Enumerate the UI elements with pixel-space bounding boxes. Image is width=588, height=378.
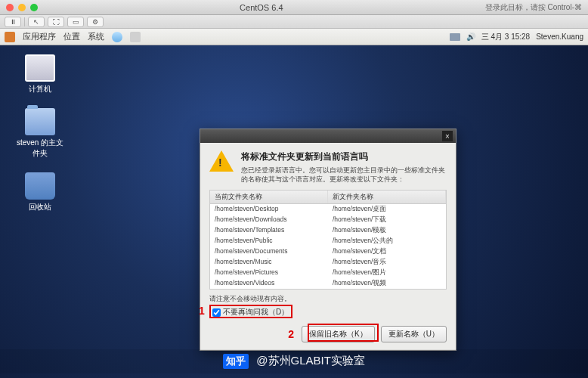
network-icon[interactable] [450, 33, 460, 41]
cell-current: /home/steven/Public [210, 236, 328, 246]
cell-current: /home/steven/Videos [210, 278, 328, 289]
launcher-icon[interactable] [112, 32, 122, 42]
launcher-icon-2[interactable] [130, 32, 141, 42]
watermark: 知乎 @苏州GLABIT实验室 [0, 349, 588, 373]
dont-ask-checkbox[interactable] [212, 308, 221, 317]
cell-current: /home/steven/Downloads [210, 215, 328, 225]
zhihu-logo: 知乎 [223, 354, 249, 369]
menu-system[interactable]: 系统 [88, 31, 104, 42]
cell-new: /home/steven/视频 [328, 278, 446, 289]
panel-user[interactable]: Steven.Kuang [536, 33, 583, 41]
annotation-marker-1: 1 [199, 305, 205, 317]
cell-new: /home/steven/桌面 [328, 204, 446, 215]
toolbar-fit-icon[interactable]: ▭ [67, 17, 84, 27]
dialog-heading: 将标准文件夹更新到当前语言吗 [241, 150, 447, 163]
gnome-top-panel: 应用程序 位置 系统 🔊 三 4月 3 15:28 Steven.Kuang [0, 29, 588, 45]
dont-ask-label: 不要再询问我（D） [223, 307, 289, 318]
toolbar-arrow-icon[interactable]: ↖ [28, 17, 45, 27]
menu-applications[interactable]: 应用程序 [23, 31, 56, 42]
vnc-hint: 登录此目标，请按 Control-⌘ [485, 2, 582, 13]
window-title: CentOS 6.4 [38, 3, 485, 12]
dialog-note: 请注意不会移动现有内容。 [209, 294, 447, 304]
cell-new: /home/steven/下载 [328, 215, 446, 225]
cell-current: /home/steven/Desktop [210, 204, 328, 215]
close-window-button[interactable] [6, 4, 14, 11]
table-row: /home/steven/Music/home/steven/音乐 [210, 257, 446, 268]
col-new: 新文件夹名称 [328, 191, 446, 203]
panel-clock[interactable]: 三 4月 3 15:28 [481, 32, 530, 42]
folder-mapping-table: 当前文件夹名称 新文件夹名称 /home/steven/Desktop/home… [209, 190, 447, 290]
trash-icon [25, 172, 55, 200]
warning-icon [209, 150, 234, 172]
toolbar-fullscreen-icon[interactable]: ⛶ [48, 17, 64, 27]
desktop-icon-computer[interactable]: 计算机 [14, 54, 67, 94]
table-row: /home/steven/Documents/home/steven/文档 [210, 246, 446, 257]
watermark-text: @苏州GLABIT实验室 [256, 354, 365, 367]
keep-old-names-button[interactable]: 保留旧名称（K） [302, 326, 375, 342]
menu-places[interactable]: 位置 [63, 31, 80, 42]
desktop-icon-trash[interactable]: 回收站 [14, 172, 67, 212]
mac-titlebar: CentOS 6.4 登录此目标，请按 Control-⌘ [0, 0, 588, 15]
col-current: 当前文件夹名称 [210, 191, 328, 203]
cell-new: /home/steven/公共的 [328, 236, 446, 246]
cell-current: /home/steven/Templates [210, 225, 328, 236]
table-row: /home/steven/Videos/home/steven/视频 [210, 278, 446, 289]
folder-icon [25, 108, 55, 135]
table-row: /home/steven/Templates/home/steven/模板 [210, 225, 446, 236]
computer-icon [25, 54, 55, 82]
gnome-foot-icon[interactable] [5, 32, 15, 42]
close-icon[interactable]: × [442, 131, 453, 141]
minimize-window-button[interactable] [18, 4, 26, 11]
table-row: /home/steven/Public/home/steven/公共的 [210, 236, 446, 246]
table-row: /home/steven/Desktop/home/steven/桌面 [210, 204, 446, 215]
rename-folders-dialog: × 将标准文件夹更新到当前语言吗 您已经登录新语言中。您可以自动更新您主目录中的… [200, 129, 456, 351]
zoom-window-button[interactable] [30, 4, 38, 11]
sound-icon[interactable]: 🔊 [466, 33, 475, 41]
cell-current: /home/steven/Pictures [210, 268, 328, 278]
cell-current: /home/steven/Music [210, 257, 328, 268]
toolbar-pause-icon[interactable]: ⏸ [5, 17, 21, 27]
cell-current: /home/steven/Documents [210, 246, 328, 257]
cell-new: /home/steven/文档 [328, 246, 446, 257]
desktop-icon-home[interactable]: steven 的主文件夹 [14, 108, 67, 159]
annotation-marker-2: 2 [288, 328, 294, 340]
table-row: /home/steven/Downloads/home/steven/下载 [210, 215, 446, 225]
desktop-area[interactable]: 计算机 steven 的主文件夹 回收站 × 将标准文件夹更新到当前语言吗 您已… [0, 45, 588, 378]
update-names-button[interactable]: 更新名称（U） [381, 326, 447, 342]
cell-new: /home/steven/图片 [328, 268, 446, 278]
dialog-message: 您已经登录新语言中。您可以自动更新您主目录中的一些标准文件夹的名称使其与这个语言… [241, 166, 447, 184]
table-row: /home/steven/Pictures/home/steven/图片 [210, 268, 446, 278]
vnc-toolbar: ⏸ ↖ ⛶ ▭ ⚙ [0, 15, 588, 29]
cell-new: /home/steven/音乐 [328, 257, 446, 268]
desktop-icon-label: 回收站 [14, 202, 67, 212]
desktop-icon-label: 计算机 [14, 84, 67, 94]
desktop-icon-label: steven 的主文件夹 [14, 138, 67, 159]
toolbar-settings-icon[interactable]: ⚙ [87, 17, 104, 27]
cell-new: /home/steven/模板 [328, 225, 446, 236]
dialog-titlebar[interactable]: × [200, 129, 456, 143]
